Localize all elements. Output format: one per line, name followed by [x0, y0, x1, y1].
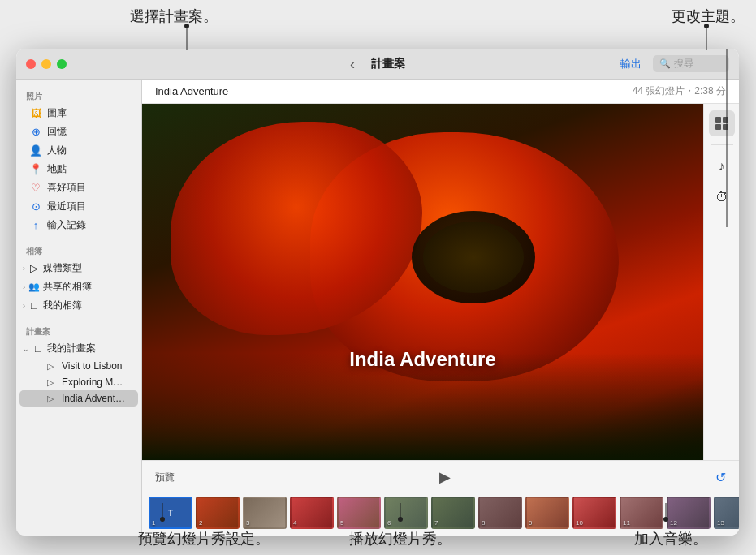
right-panel: India Adventure 44 張幻燈片・2:38 分: [142, 80, 739, 536]
sidebar-item-favorites[interactable]: ♡ 喜好項目: [19, 179, 138, 197]
play-button[interactable]: ▶: [434, 466, 456, 488]
search-input[interactable]: 搜尋: [674, 57, 723, 71]
slide-preview: India Adventure: [142, 104, 703, 460]
theme-panel-button[interactable]: [709, 110, 735, 136]
filmstrip-slide-12[interactable]: 12: [667, 497, 711, 529]
photos-section-label: 照片: [16, 86, 141, 104]
sidebar: 照片 🖼 圖庫 ⊕ 回憶 👤 人物 📍 地點 ♡ 喜好項目 ⊙: [16, 80, 142, 536]
slide-5-num: 5: [340, 519, 343, 527]
clock-icon: ⏱: [715, 190, 728, 204]
svg-rect-0: [715, 117, 721, 123]
visit-lisbon-icon: ▷: [44, 361, 57, 372]
sidebar-group-my-albums[interactable]: › □ 我的相簿: [16, 296, 141, 315]
add-music-annotation: 加入音樂。: [634, 529, 707, 549]
music-panel-button[interactable]: ♪: [709, 153, 735, 179]
slide-11-num: 11: [623, 519, 630, 527]
slide-4-num: 4: [293, 519, 296, 527]
back-button[interactable]: ‹: [350, 57, 355, 71]
people-icon: 👤: [29, 144, 42, 157]
titlebar: ‹ 計畫案 輸出 🔍 搜尋: [16, 49, 739, 80]
places-label: 地點: [47, 162, 128, 176]
my-albums-icon: □: [28, 299, 40, 312]
projects-section-label: 計畫案: [16, 321, 141, 339]
slide-13-num: 13: [717, 519, 724, 527]
import-label: 輸入記錄: [47, 218, 128, 232]
loop-button[interactable]: ↺: [715, 470, 726, 485]
close-button[interactable]: [26, 59, 36, 69]
filmstrip-slide-5[interactable]: 5: [337, 497, 381, 529]
slide-12-num: 12: [670, 519, 677, 527]
my-projects-icon: □: [32, 342, 44, 355]
slide-title-overlay: India Adventure: [349, 348, 495, 371]
duration-panel-button[interactable]: ⏱: [709, 184, 735, 210]
exploring-icon: ▷: [44, 377, 57, 388]
playback-bar: 預覽 ▶ ↺: [142, 461, 739, 493]
library-label: 圖庫: [47, 106, 128, 120]
filmstrip-slide-13[interactable]: 13: [714, 497, 739, 529]
slide-1-num: 1: [152, 519, 155, 527]
sidebar-item-people[interactable]: 👤 人物: [19, 141, 138, 160]
chevron-right-icon-2: ›: [23, 283, 25, 291]
memories-label: 回憶: [47, 125, 128, 139]
bottom-controls: 預覽 ▶ ↺ T 1 2 3: [142, 460, 739, 536]
slideshow-meta: 44 張幻燈片・2:38 分: [633, 84, 726, 98]
slideshow-header: India Adventure 44 張幻燈片・2:38 分: [142, 80, 739, 104]
svg-rect-3: [723, 124, 728, 130]
svg-rect-1: [723, 117, 728, 123]
visit-lisbon-label: Visit to Lisbon: [62, 360, 128, 372]
preview-area: India Adventure ♪: [142, 104, 739, 460]
minimize-button[interactable]: [41, 59, 51, 69]
sidebar-group-media-types[interactable]: › ▷ 媒體類型: [16, 259, 141, 278]
filmstrip-slide-8[interactable]: 8: [478, 497, 522, 529]
import-icon: ↑: [29, 219, 42, 231]
filmstrip-slide-4[interactable]: 4: [290, 497, 334, 529]
maximize-button[interactable]: [57, 59, 67, 69]
slide-7-num: 7: [434, 519, 438, 527]
filmstrip-slide-10[interactable]: 10: [572, 497, 616, 529]
slide-1-title: T: [150, 498, 191, 527]
filmstrip-slide-11[interactable]: 11: [620, 497, 663, 529]
sidebar-item-places[interactable]: 📍 地點: [19, 160, 138, 179]
sidebar-group-my-projects[interactable]: ⌄ □ 我的計畫案: [16, 339, 141, 358]
export-button[interactable]: 輸出: [620, 57, 642, 71]
panel-sidebar: ♪ ⏱: [703, 104, 739, 460]
main-content: 照片 🖼 圖庫 ⊕ 回憶 👤 人物 📍 地點 ♡ 喜好項目 ⊙: [16, 80, 739, 536]
music-icon: ♪: [719, 159, 725, 174]
filmstrip-slide-7[interactable]: 7: [431, 497, 475, 529]
filmstrip-slide-1[interactable]: T 1: [149, 497, 192, 529]
sidebar-item-recent[interactable]: ⊙ 最近項目: [19, 197, 138, 216]
titlebar-right: 輸出 🔍 搜尋: [620, 55, 729, 72]
slide-6-num: 6: [387, 519, 391, 527]
media-types-icon: ▷: [28, 262, 40, 274]
sidebar-item-visit-lisbon[interactable]: ▷ Visit to Lisbon: [19, 358, 138, 374]
media-types-label: 媒體類型: [43, 261, 82, 275]
slide-10-num: 10: [576, 519, 583, 527]
slide-2-num: 2: [199, 519, 202, 527]
my-albums-label: 我的相簿: [43, 299, 82, 312]
sidebar-group-shared[interactable]: › 👥 共享的相簿: [16, 278, 141, 296]
titlebar-title: 計畫案: [371, 57, 405, 71]
library-icon: 🖼: [29, 107, 42, 119]
slideshow-name: India Adventure: [155, 85, 228, 97]
shared-label: 共享的相簿: [43, 280, 92, 294]
filmstrip-slide-6[interactable]: 6: [384, 497, 428, 529]
app-window: ‹ 計畫案 輸出 🔍 搜尋 照片 🖼 圖庫 ⊕ 回憶 👤: [16, 49, 739, 536]
sidebar-item-library[interactable]: 🖼 圖庫: [19, 104, 138, 123]
recent-icon: ⊙: [29, 200, 42, 213]
chevron-right-icon: ›: [23, 265, 25, 273]
sidebar-item-import[interactable]: ↑ 輸入記錄: [19, 216, 138, 234]
slide-8-num: 8: [482, 519, 485, 527]
search-bar[interactable]: 🔍 搜尋: [653, 55, 729, 72]
titlebar-center: ‹ 計畫案: [350, 57, 405, 71]
my-projects-label: 我的計畫案: [47, 342, 96, 355]
filmstrip-slide-9[interactable]: 9: [525, 497, 569, 529]
filmstrip-slide-2[interactable]: 2: [196, 497, 240, 529]
recent-label: 最近項目: [47, 200, 128, 213]
shared-icon: 👥: [28, 282, 40, 292]
sidebar-item-india-adventure[interactable]: ▷ India Adventure: [19, 390, 138, 407]
sidebar-item-exploring[interactable]: ▷ Exploring Mor...: [19, 374, 138, 390]
filmstrip-slide-3[interactable]: 3: [243, 497, 287, 529]
preview-settings-annotation: 預覽幻燈片秀設定。: [138, 529, 270, 549]
play-slideshow-annotation: 播放幻燈片秀。: [349, 529, 451, 549]
sidebar-item-memories[interactable]: ⊕ 回憶: [19, 123, 138, 141]
